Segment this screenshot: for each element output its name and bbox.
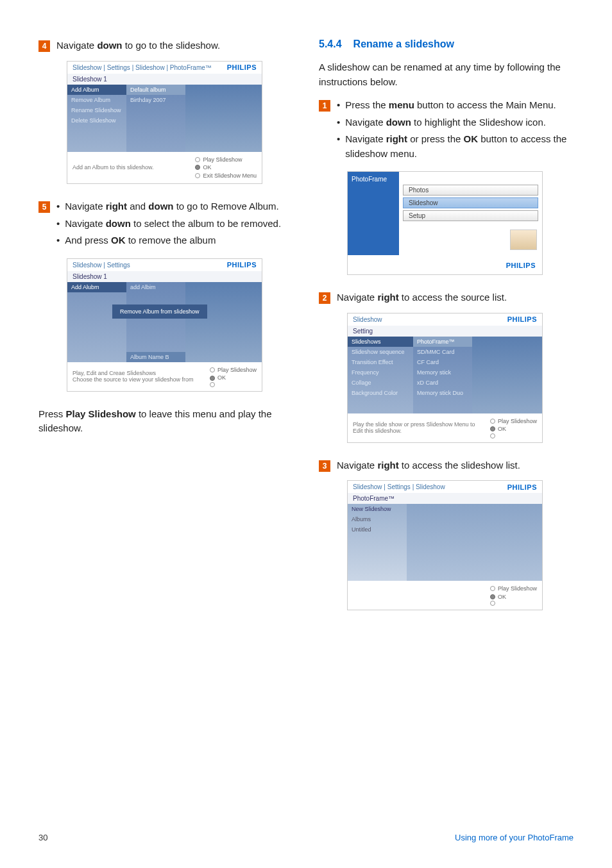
step-number-badge: 1 xyxy=(319,100,330,112)
philips-logo: PHILIPS xyxy=(227,63,262,71)
subheading: Setting xyxy=(348,326,542,337)
menu-item[interactable]: PhotoFrame™ xyxy=(413,337,472,347)
menu-left-col: New Slideshow Albums Untitled xyxy=(348,504,407,581)
bullet-item: Navigate right or press the OK button to… xyxy=(337,132,574,161)
menu-mid-col: PhotoFrame™ SD/MMC Card CF Card Memory s… xyxy=(413,337,472,413)
text: to access the slideshow list. xyxy=(399,460,520,471)
bullet-item: Navigate down to highlight the Slideshow… xyxy=(337,115,574,130)
frame-title: PhotoFrame xyxy=(348,172,399,255)
closing-paragraph: Press Play Slideshow to leave this menu … xyxy=(38,407,293,436)
menu-item[interactable]: Add Alubm xyxy=(67,282,126,292)
menu-item[interactable]: New Slideshow xyxy=(348,504,407,514)
controls-legend: Play Slideshow OK Exit Slideshow Menu xyxy=(195,156,257,180)
section-heading: 5.4.4Rename a slideshow xyxy=(319,38,574,50)
bold-text: OK xyxy=(464,133,479,144)
text: to highlight the Slideshow icon. xyxy=(411,117,546,128)
album-name-footer: Album Name B xyxy=(126,352,185,362)
page-footer: 30 Using more of your PhotoFrame xyxy=(38,833,574,842)
bullet-item: Navigate down to select the album to be … xyxy=(56,217,293,231)
text: to select the album to be removed. xyxy=(131,218,281,229)
subheading: Slideshow 1 xyxy=(67,74,262,85)
bold-text: down xyxy=(148,201,173,212)
control-label: Exit Slideshow Menu xyxy=(203,172,257,180)
menu-item[interactable]: Rename Slideshow xyxy=(67,105,126,115)
menu-item[interactable]: Memory stick xyxy=(413,367,472,378)
menu-item[interactable]: add Albim xyxy=(126,282,185,292)
bold-text: right xyxy=(386,133,407,144)
control-label: Play Slideshow xyxy=(498,417,537,426)
main-menu-button[interactable]: Photos xyxy=(403,185,538,196)
step-4: 4 Navigate down to go to the slideshow. xyxy=(38,38,293,53)
page-number: 30 xyxy=(38,833,47,842)
menu-item[interactable]: Transition Effect xyxy=(348,357,413,367)
breadcrumb: Slideshow | Settings | Slideshow | Photo… xyxy=(67,62,217,74)
control-label: OK xyxy=(498,593,506,601)
help-text: Play the slide show or press Slideshow M… xyxy=(353,421,486,434)
philips-logo: PHILIPS xyxy=(507,315,542,323)
thumbnail-preview xyxy=(510,230,537,250)
menu-item[interactable]: Collage xyxy=(348,378,413,388)
step-4-text: Navigate down to go to the slideshow. xyxy=(56,38,220,53)
menu-item[interactable]: Background Color xyxy=(348,388,413,398)
subheading: Slideshow 1 xyxy=(67,271,262,282)
intro-paragraph: A slideshow can be renamed at any time b… xyxy=(319,60,574,89)
menu-mid-col: add Albim xyxy=(126,282,185,362)
text: to go to Remove Album. xyxy=(174,201,279,212)
main-menu-button[interactable]: Slideshow xyxy=(403,197,538,208)
section-number: 5.4.4 xyxy=(319,38,342,49)
text: And press xyxy=(65,235,111,246)
controls-legend: Play Slideshow OK xyxy=(490,585,537,606)
text: and xyxy=(127,201,148,212)
step-1: 1 Press the menu button to access the Ma… xyxy=(319,98,574,163)
menu-item[interactable]: Untitled xyxy=(348,524,407,535)
menu-mid-col: Default album Birthday 2007 xyxy=(126,85,185,152)
bullet-item: Press the menu button to access the Main… xyxy=(337,98,574,113)
menu-item[interactable]: Slideshows xyxy=(348,337,413,347)
philips-logo: PHILIPS xyxy=(507,483,542,491)
bold-text: down xyxy=(97,40,122,51)
help-text: Add an Album to this slideshow. xyxy=(72,164,191,171)
popup-message: Remove Album from slideshow xyxy=(112,305,207,319)
screenshot-add-album: Slideshow | Settings | Slideshow | Photo… xyxy=(67,61,262,185)
step-number-badge: 5 xyxy=(38,201,50,213)
menu-left-col: Add Alubm xyxy=(67,282,126,362)
menu-item[interactable]: Albums xyxy=(348,514,407,524)
bold-text: down xyxy=(386,117,411,128)
menu-item[interactable]: SD/MMC Card xyxy=(413,347,472,357)
page-content: 4 Navigate down to go to the slideshow. … xyxy=(0,0,612,651)
step-2: 2 Navigate right to access the source li… xyxy=(319,290,574,305)
text: to go to the slideshow. xyxy=(123,40,221,51)
bold-text: right xyxy=(377,292,398,303)
text: Navigate xyxy=(345,117,386,128)
philips-logo: PHILIPS xyxy=(227,261,262,269)
section-title: Rename a slideshow xyxy=(353,38,454,49)
menu-item[interactable]: Add Album xyxy=(67,85,126,95)
bullet-item: And press OK to remove the album xyxy=(56,233,293,248)
text: Navigate xyxy=(345,133,386,144)
text: or press the xyxy=(407,133,464,144)
menu-left-col: Slideshows Slideshow sequence Transition… xyxy=(348,337,413,413)
right-column: 5.4.4Rename a slideshow A slideshow can … xyxy=(319,38,574,626)
menu-item[interactable]: Birthday 2007 xyxy=(126,95,185,105)
subheading: PhotoFrame™ xyxy=(348,493,542,504)
control-label: OK xyxy=(217,374,226,382)
footer-section-title: Using more of your PhotoFrame xyxy=(455,833,574,842)
menu-item[interactable]: Default album xyxy=(126,85,185,95)
help-text: Play, Edit and Creae Slideshows Choose t… xyxy=(72,370,206,383)
menu-item[interactable]: CF Card xyxy=(413,357,472,367)
menu-item[interactable]: Remove Album xyxy=(67,95,126,105)
control-label: Play Slideshow xyxy=(498,585,537,593)
menu-item[interactable]: Frequency xyxy=(348,367,413,378)
menu-item[interactable]: Delete Slideshow xyxy=(67,115,126,126)
text: to access the source list. xyxy=(399,292,507,303)
menu-item[interactable]: Slideshow sequence xyxy=(348,347,413,357)
left-column: 4 Navigate down to go to the slideshow. … xyxy=(38,38,293,626)
philips-logo: PHILIPS xyxy=(506,262,536,269)
main-menu-button[interactable]: Setup xyxy=(403,210,538,221)
bold-text: down xyxy=(106,218,131,229)
bold-text: OK xyxy=(111,235,126,246)
control-label: OK xyxy=(498,425,506,433)
bullet-item: Navigate right and down to go to Remove … xyxy=(56,199,293,214)
menu-item[interactable]: Memory stick Duo xyxy=(413,388,472,398)
menu-item[interactable]: xD Card xyxy=(413,378,472,388)
